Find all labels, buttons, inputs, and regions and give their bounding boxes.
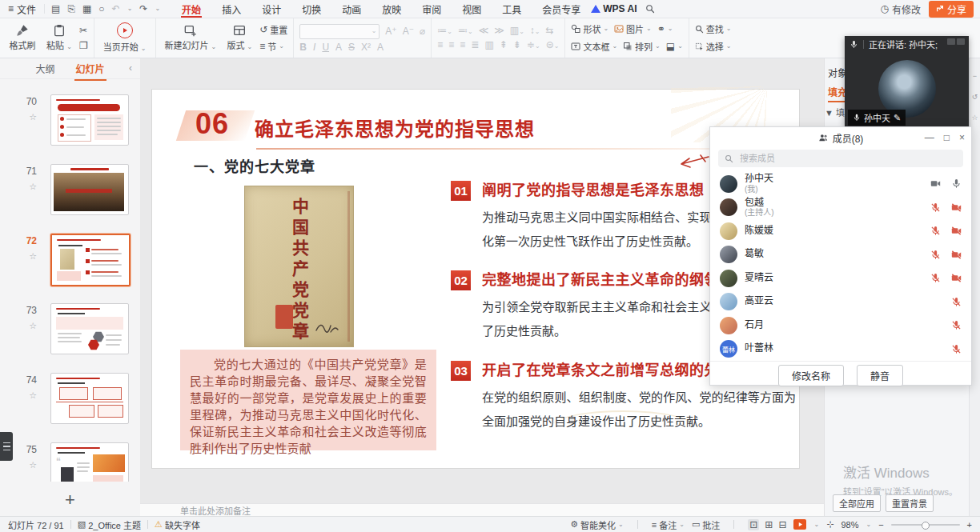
copy-button[interactable]: ❐ — [79, 40, 88, 51]
section-button[interactable]: ≡ 节 ⌄ — [259, 40, 287, 53]
member-row[interactable]: 葛敏 — [710, 243, 971, 267]
mic-off-icon[interactable] — [930, 202, 941, 213]
view-reading-button[interactable]: ⊟ — [778, 519, 786, 530]
member-row[interactable]: 包越(主持人) — [710, 196, 971, 220]
ribbon-tab-动画[interactable]: 动画 — [331, 0, 372, 18]
cam-off-icon[interactable] — [951, 273, 962, 283]
slide-thumbnail-74[interactable]: 74 ☆ — [0, 373, 140, 435]
undo-caret-icon[interactable]: ⌄ — [127, 6, 133, 12]
rename-button[interactable]: 修改名称 — [778, 365, 844, 386]
star-icon[interactable]: ☆ — [18, 182, 37, 192]
cloud-icon[interactable]: ○ — [98, 4, 104, 14]
ribbon-tab-开始[interactable]: 开始 — [171, 0, 211, 18]
align-top-icon[interactable]: ⇞ — [500, 39, 508, 50]
textbox-button[interactable]: 文本框 ⌄ — [571, 40, 617, 53]
slide-thumbnail-70[interactable]: 70 ☆ — [0, 94, 140, 157]
ribbon-tab-会员专享[interactable]: 会员专享 — [532, 0, 591, 18]
align-center-icon[interactable]: ≡ — [448, 39, 454, 50]
mic-on-icon[interactable] — [951, 178, 962, 189]
export-icon[interactable]: ⎘ — [67, 4, 75, 14]
theme-label[interactable]: 2_Office 主题 — [88, 518, 141, 531]
view-sorter-button[interactable]: ⊞ — [765, 519, 773, 530]
star-icon[interactable]: ☆ — [18, 390, 37, 401]
zoom-slider-thumb[interactable] — [922, 522, 930, 530]
find-button[interactable]: 查找 ⌄ — [695, 22, 732, 35]
strip-refresh-icon[interactable]: ↺ — [972, 93, 978, 101]
cam-off-icon[interactable] — [951, 226, 962, 236]
beautify-button[interactable]: ⚙ 智能美化⌄ — [570, 518, 624, 531]
font-style-button-5[interactable]: X² — [361, 42, 371, 52]
cam-on-icon[interactable] — [930, 178, 941, 189]
distribute-icon[interactable]: ≑⌄ — [527, 39, 540, 50]
member-row[interactable]: 夏晴云 — [710, 266, 971, 290]
thumbnail-preview[interactable] — [50, 234, 131, 286]
cam-off-icon[interactable] — [951, 250, 962, 260]
bullets-button[interactable]: ≔⌄ — [437, 25, 452, 36]
layout-button[interactable]: 版式 ⌄ — [223, 23, 256, 52]
close-button[interactable]: × — [959, 132, 965, 143]
play-from-page-button[interactable]: 当页开始 ⌄ — [100, 22, 150, 54]
redo-icon[interactable]: ↷ — [139, 4, 147, 14]
member-search-box[interactable] — [718, 150, 963, 167]
arrange-button[interactable]: 排列 ⌄ — [623, 40, 661, 53]
mic-off-icon[interactable] — [951, 320, 962, 330]
star-icon[interactable]: ☆ — [18, 251, 37, 262]
missing-font-label[interactable]: 缺失字体 — [165, 518, 200, 531]
zoom-level[interactable]: 98% — [841, 520, 858, 530]
notes-bar[interactable]: 单击此处添加备注 — [140, 503, 836, 517]
cam-off-icon[interactable] — [951, 202, 962, 213]
align-objects-icon[interactable]: ⊜⌄ — [546, 39, 560, 50]
mic-off-icon[interactable] — [930, 250, 941, 260]
add-slide-button[interactable]: + — [0, 490, 140, 510]
notes-button[interactable]: ≡ 备注⌄ — [652, 518, 685, 531]
outdent-button[interactable]: ≪ — [479, 25, 489, 36]
ribbon-tab-切换[interactable]: 切换 — [291, 0, 331, 18]
slideshow-play-button[interactable] — [793, 519, 806, 530]
print-icon[interactable]: ▦ — [82, 4, 91, 14]
text-direction-button[interactable]: ▥⌄ — [510, 25, 524, 36]
font-style-button-2[interactable]: U — [322, 42, 329, 52]
maximize-button[interactable]: □ — [944, 132, 950, 143]
thumbnail-preview[interactable] — [50, 94, 129, 146]
zoom-in-button[interactable]: + — [967, 520, 972, 530]
redo-caret-icon[interactable]: ⌄ — [155, 6, 160, 12]
star-icon[interactable]: ☆ — [18, 460, 37, 470]
align-left-icon[interactable]: ≡ — [437, 39, 443, 50]
font-style-button-4[interactable]: S — [348, 42, 355, 52]
convert-diagram-button[interactable]: ⇆ — [546, 25, 554, 36]
minimize-button[interactable]: — — [925, 132, 934, 143]
reset-background-button[interactable]: 重置背景 — [886, 494, 934, 512]
comments-button[interactable]: ▭ 批注 — [692, 518, 720, 531]
new-slide-button[interactable]: 新建幻灯片 ⌄ — [162, 23, 220, 52]
slide-thumbnail-72[interactable]: 72 ☆ — [0, 234, 140, 296]
font-increase-button[interactable]: A⁺ — [385, 26, 396, 37]
font-decrease-button[interactable]: A⁻ — [403, 26, 414, 37]
reset-button[interactable]: ↺ 重置 — [259, 23, 287, 36]
zoom-slider[interactable] — [891, 524, 960, 526]
font-style-button-1[interactable]: I — [313, 42, 315, 52]
select-button[interactable]: 选择 ⌄ — [695, 40, 732, 53]
fit-slide-button[interactable]: ⊹ — [826, 519, 833, 530]
slide-thumbnail-71[interactable]: 71 ☆ — [0, 164, 140, 226]
floating-list-icon[interactable] — [0, 432, 13, 461]
mic-off-icon[interactable] — [951, 344, 962, 354]
video-call-overlay[interactable]: 正在讲话: 孙中天; 孙中天 ✎ — [845, 36, 969, 128]
strip-minus-icon[interactable]: − — [973, 72, 977, 80]
member-row[interactable]: 石月 — [710, 314, 971, 338]
strip-star-icon[interactable]: ☆ — [971, 114, 978, 122]
paste-button[interactable]: 粘贴 ⌄ — [42, 23, 76, 52]
ribbon-tab-设计[interactable]: 设计 — [251, 0, 291, 18]
picture-button[interactable]: 图片 ⌄ — [614, 22, 652, 35]
zoom-out-button[interactable]: − — [878, 520, 883, 530]
ribbon-tab-视图[interactable]: 视图 — [452, 0, 492, 18]
format-painter-button[interactable]: 格式刷 — [6, 23, 39, 52]
tab-slides[interactable]: 幻灯片 — [74, 60, 106, 77]
mic-off-icon[interactable] — [951, 297, 962, 307]
ribbon-tab-放映[interactable]: 放映 — [372, 0, 412, 18]
thumbnail-preview[interactable] — [50, 164, 129, 215]
apply-all-button[interactable]: 全部应用 — [833, 494, 881, 512]
ribbon-tab-工具[interactable]: 工具 — [492, 0, 532, 18]
font-family-select[interactable]: ⌄ — [299, 24, 380, 39]
tab-outline[interactable]: 大纲 — [34, 60, 56, 77]
star-icon[interactable]: ☆ — [18, 321, 37, 331]
